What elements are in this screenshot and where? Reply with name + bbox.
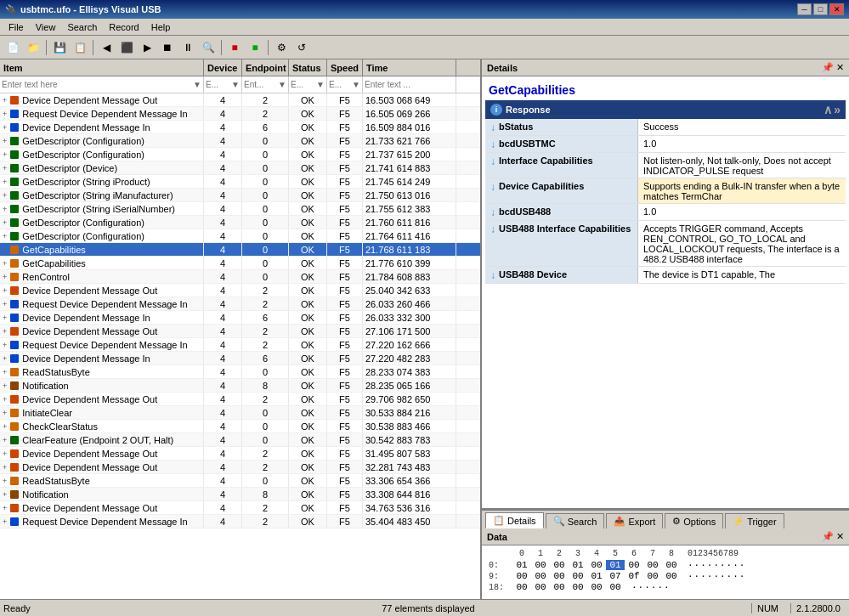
row-expand[interactable]: + — [3, 191, 7, 200]
tab-details[interactable]: 📋Details — [485, 512, 544, 528]
toolbar-back[interactable]: ◀ — [97, 38, 116, 57]
table-row[interactable]: + ReadStatusByte 4 0 OK F5 28.233 074 38… — [0, 365, 480, 379]
hex-byte[interactable]: 00 — [569, 571, 587, 581]
hex-byte[interactable]: 00 — [662, 571, 681, 581]
toolbar-capture[interactable]: ⬛ — [117, 38, 136, 57]
row-expand[interactable]: + — [3, 314, 7, 322]
row-expand[interactable]: + — [3, 96, 7, 105]
row-expand[interactable]: + — [3, 259, 7, 268]
table-row[interactable]: + Device Dependent Message Out 4 2 OK F5… — [0, 93, 480, 107]
menu-item-view[interactable]: View — [31, 21, 61, 33]
hex-byte[interactable]: 00 — [587, 582, 606, 592]
table-row[interactable]: + Request Device Dependent Message In 4 … — [0, 515, 480, 528]
row-expand[interactable]: + — [3, 327, 7, 336]
table-row[interactable]: + GetDescriptor (Device) 4 0 OK F5 21.74… — [0, 161, 480, 175]
response-expand-btn[interactable]: » — [834, 103, 841, 116]
tab-options[interactable]: ⚙Options — [665, 513, 723, 528]
toolbar-save2[interactable]: 📋 — [71, 38, 89, 57]
minimize-button[interactable]: ─ — [797, 3, 812, 15]
table-row[interactable]: + Notification 4 8 OK F5 33.308 644 816 — [0, 488, 480, 501]
table-row[interactable]: + ClearFeature (Endpoint 2 OUT, Halt) 4 … — [0, 433, 480, 447]
table-row[interactable]: + GetDescriptor (Configuration) 4 0 OK F… — [0, 229, 480, 243]
toolbar-settings[interactable]: ⚙ — [272, 38, 291, 57]
table-row[interactable]: + Device Dependent Message Out 4 2 OK F5… — [0, 325, 480, 338]
row-expand[interactable]: + — [3, 232, 7, 240]
row-expand[interactable]: + — [3, 395, 7, 404]
row-expand[interactable]: + — [3, 218, 7, 227]
toolbar-reset[interactable]: ↺ — [292, 38, 311, 57]
toolbar-color1[interactable]: ■ — [225, 38, 244, 57]
hex-byte[interactable]: 00 — [662, 560, 681, 570]
table-row[interactable]: + Device Dependent Message Out 4 2 OK F5… — [0, 393, 480, 406]
filter-status-input[interactable] — [291, 80, 315, 89]
table-row[interactable]: + GetCapabilities 4 0 OK F5 21.768 611 1… — [0, 243, 480, 257]
tab-search[interactable]: 🔍Search — [546, 513, 605, 528]
toolbar-search[interactable]: 🔍 — [199, 38, 218, 57]
col-device[interactable]: Device — [204, 59, 242, 76]
row-expand[interactable]: + — [3, 110, 7, 118]
menu-item-search[interactable]: Search — [62, 21, 102, 33]
hex-byte[interactable]: 00 — [512, 571, 531, 581]
hex-byte[interactable]: 00 — [531, 582, 550, 592]
menu-item-help[interactable]: Help — [146, 21, 176, 33]
toolbar-stop[interactable]: ⏹ — [158, 38, 177, 57]
table-row[interactable]: + GetCapabilities 4 0 OK F5 21.776 610 3… — [0, 257, 480, 270]
table-row[interactable]: + Request Device Dependent Message In 4 … — [0, 338, 480, 352]
hex-byte[interactable]: 00 — [587, 560, 606, 570]
row-expand[interactable]: + — [3, 409, 7, 417]
filter-device-input[interactable] — [206, 80, 230, 89]
maximize-button[interactable]: □ — [813, 3, 828, 15]
row-expand[interactable]: + — [3, 286, 7, 295]
table-row[interactable]: + Notification 4 8 OK F5 28.235 065 166 — [0, 379, 480, 393]
table-row[interactable]: + GetDescriptor (String iProduct) 4 0 OK… — [0, 175, 480, 189]
row-expand[interactable]: + — [3, 178, 7, 186]
table-row[interactable]: + Device Dependent Message In 4 6 OK F5 … — [0, 311, 480, 325]
filter-time-input[interactable] — [365, 80, 454, 89]
row-expand[interactable]: + — [3, 504, 7, 512]
table-row[interactable]: + ReadStatusByte 4 0 OK F5 33.306 654 36… — [0, 474, 480, 488]
hex-byte[interactable]: 00 — [512, 582, 531, 592]
details-pin-icon[interactable]: 📌 ✕ — [822, 62, 844, 72]
table-row[interactable]: + Request Device Dependent Message In 4 … — [0, 297, 480, 311]
hex-byte[interactable]: 00 — [643, 560, 662, 570]
table-row[interactable]: + Device Dependent Message Out 4 2 OK F5… — [0, 447, 480, 461]
row-expand[interactable]: + — [3, 381, 7, 390]
tab-export[interactable]: 📤Export — [606, 513, 663, 528]
table-row[interactable]: + GetDescriptor (Configuration) 4 0 OK F… — [0, 134, 480, 148]
table-row[interactable]: + Device Dependent Message Out 4 2 OK F5… — [0, 461, 480, 474]
hex-byte[interactable]: 01 — [587, 571, 606, 581]
hex-byte[interactable]: 00 — [643, 571, 662, 581]
close-button[interactable]: ✕ — [829, 3, 844, 15]
tab-trigger[interactable]: ⚡Trigger — [725, 513, 784, 528]
toolbar-forward[interactable]: ▶ — [138, 38, 156, 57]
table-row[interactable]: + GetDescriptor (Configuration) 4 0 OK F… — [0, 216, 480, 229]
menu-item-record[interactable]: Record — [104, 21, 144, 33]
filter-endpoint-input[interactable] — [244, 80, 277, 89]
hex-byte[interactable]: 00 — [550, 560, 569, 570]
row-expand[interactable]: + — [3, 341, 7, 349]
hex-byte[interactable]: 07 — [606, 571, 625, 581]
filter-item-input[interactable] — [2, 80, 192, 89]
row-expand[interactable]: + — [3, 205, 7, 213]
row-expand[interactable]: + — [3, 477, 7, 485]
toolbar-open[interactable]: 📁 — [24, 38, 42, 57]
hex-byte[interactable]: 0f — [625, 571, 643, 581]
table-row[interactable]: + Request Device Dependent Message In 4 … — [0, 107, 480, 121]
toolbar-color2[interactable]: ■ — [246, 38, 264, 57]
row-expand[interactable]: + — [3, 449, 7, 458]
table-row[interactable]: + Device Dependent Message Out 4 2 OK F5… — [0, 501, 480, 515]
hex-byte[interactable]: 00 — [531, 560, 550, 570]
toolbar-save[interactable]: 💾 — [50, 38, 69, 57]
hex-byte[interactable]: 00 — [625, 560, 643, 570]
col-endpoint[interactable]: Endpoint — [242, 59, 289, 76]
hex-byte[interactable]: 00 — [531, 571, 550, 581]
row-expand[interactable]: + — [3, 300, 7, 308]
table-row[interactable]: + CheckClearStatus 4 0 OK F5 30.538 883 … — [0, 420, 480, 433]
table-row[interactable]: + GetDescriptor (String iSerialNumber) 4… — [0, 202, 480, 216]
hex-byte[interactable]: 01 — [569, 560, 587, 570]
row-expand[interactable]: + — [3, 246, 7, 254]
row-expand[interactable]: + — [3, 150, 7, 159]
data-pin-icon[interactable]: 📌 ✕ — [822, 531, 844, 541]
hex-byte[interactable]: 01 — [512, 560, 531, 570]
row-expand[interactable]: + — [3, 164, 7, 172]
